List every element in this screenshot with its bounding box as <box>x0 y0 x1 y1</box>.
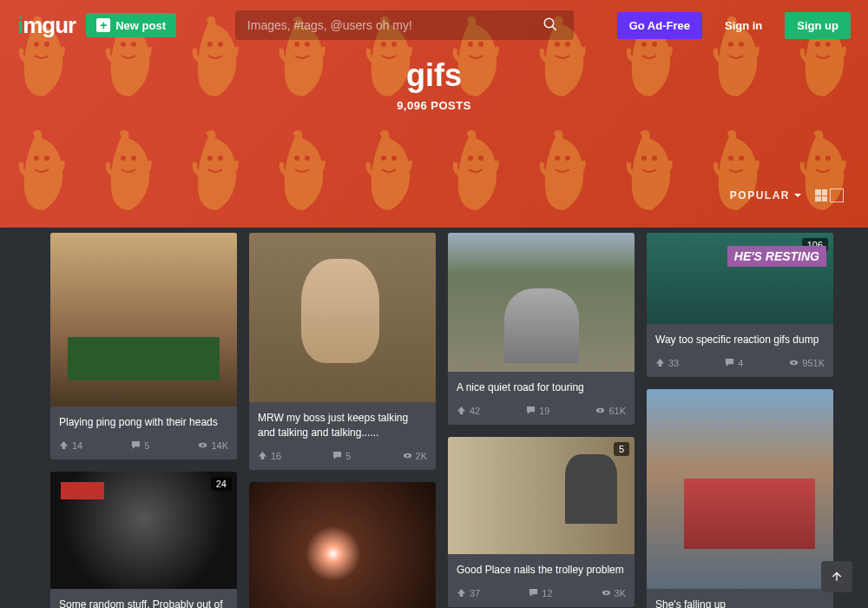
view-toggle <box>814 188 844 202</box>
new-post-label: New post <box>115 19 166 32</box>
svg-point-38 <box>815 155 820 161</box>
post-thumbnail: 5 <box>448 437 635 554</box>
upvote-icon <box>59 440 69 450</box>
hero-header: (function(){ var bp = document.currentSc… <box>0 0 868 228</box>
arrow-up-icon <box>830 570 844 584</box>
chevron-down-icon <box>793 191 802 200</box>
post-title: Good Place nails the trolley problem <box>457 563 626 578</box>
post-card[interactable]: 106 Way too specific reaction gifs dump … <box>647 233 833 377</box>
svg-line-41 <box>552 26 556 30</box>
post-thumbnail <box>249 233 436 402</box>
tag-header: gifs 9,096 POSTS <box>0 57 868 112</box>
plus-icon: + <box>96 18 110 32</box>
gallery-column: MRW my boss just keeps talking and talki… <box>249 233 436 608</box>
svg-point-49 <box>605 591 608 594</box>
post-thumbnail <box>50 233 237 406</box>
upvote-stat[interactable]: 16 <box>258 451 281 461</box>
svg-point-28 <box>381 155 386 161</box>
search-input[interactable] <box>235 10 574 40</box>
svg-point-27 <box>305 155 310 161</box>
post-title: She's falling up <box>655 598 825 608</box>
svg-point-34 <box>641 155 647 161</box>
topbar: imgur + New post Go Ad-Free Sign in Sign… <box>0 0 868 50</box>
views-stat: 3K <box>602 588 626 598</box>
post-stats: 16 5 2K <box>249 446 436 470</box>
new-post-button[interactable]: + New post <box>86 13 176 37</box>
view-uniform-icon[interactable] <box>814 188 828 202</box>
go-adfree-button[interactable]: Go Ad-Free <box>617 12 702 39</box>
post-card[interactable]: She's falling up <box>647 389 833 608</box>
post-stats: 42 19 61K <box>448 400 635 425</box>
upvote-stat[interactable]: 33 <box>655 358 679 368</box>
views-stat: 951K <box>789 358 825 368</box>
svg-point-39 <box>825 155 831 161</box>
eye-icon <box>789 358 799 367</box>
svg-point-36 <box>728 155 733 161</box>
svg-point-22 <box>121 155 126 161</box>
comment-icon <box>332 451 342 460</box>
post-thumbnail: 106 <box>647 233 833 324</box>
comment-stat[interactable]: 5 <box>332 451 351 461</box>
comment-stat[interactable]: 5 <box>131 440 149 451</box>
upvote-stat[interactable]: 14 <box>59 440 82 451</box>
svg-point-24 <box>207 155 213 161</box>
post-card[interactable]: MRW my boss just keeps talking and talki… <box>249 233 436 470</box>
gallery-column: A nice quiet road for touring 42 19 61K … <box>448 233 635 608</box>
post-title: Playing ping pong with their heads <box>59 415 228 430</box>
eye-icon <box>198 440 207 450</box>
search-icon <box>542 17 558 32</box>
post-stats: 14 5 14K <box>50 435 237 459</box>
eye-icon <box>403 451 412 460</box>
svg-point-20 <box>34 155 39 161</box>
sort-dropdown[interactable]: POPULAR <box>730 189 802 202</box>
svg-point-21 <box>44 155 49 161</box>
svg-point-23 <box>131 155 136 161</box>
comment-stat[interactable]: 12 <box>529 588 552 598</box>
view-waterfall-icon[interactable] <box>830 188 844 202</box>
post-stats: 37 12 3K <box>448 583 635 607</box>
post-title: A nice quiet road for touring <box>457 380 626 395</box>
logo[interactable]: imgur <box>17 12 76 39</box>
gallery-column: Playing ping pong with their heads 14 5 … <box>50 233 237 608</box>
upvote-icon <box>655 358 665 367</box>
post-card[interactable]: Take a trip to space. <box>249 482 436 608</box>
post-card[interactable]: 5 Good Place nails the trolley problem 3… <box>448 437 635 607</box>
post-thumbnail: 24 <box>50 472 237 589</box>
svg-point-32 <box>555 155 560 161</box>
comment-icon <box>526 406 536 415</box>
post-title: Way too specific reaction gifs dump <box>655 333 825 347</box>
upvote-icon <box>258 451 267 460</box>
post-card[interactable]: A nice quiet road for touring 42 19 61K <box>448 233 635 425</box>
comment-icon <box>725 358 734 367</box>
upvote-stat[interactable]: 42 <box>457 406 480 416</box>
sort-label: POPULAR <box>730 189 790 202</box>
post-card[interactable]: Playing ping pong with their heads 14 5 … <box>50 233 237 459</box>
sign-up-button[interactable]: Sign up <box>785 12 851 39</box>
svg-point-51 <box>792 361 795 364</box>
svg-point-30 <box>468 155 473 161</box>
svg-point-35 <box>652 155 657 161</box>
post-card[interactable]: 24 Some random stuff. Probably out of or… <box>50 472 237 608</box>
image-count-badge: 24 <box>211 477 232 491</box>
scroll-to-top-button[interactable] <box>821 561 852 592</box>
svg-point-25 <box>218 155 223 161</box>
svg-point-47 <box>600 409 602 412</box>
upvote-icon <box>457 406 466 415</box>
upvote-icon <box>457 588 466 598</box>
views-stat: 14K <box>198 440 228 451</box>
svg-point-31 <box>478 155 483 161</box>
gallery: Playing ping pong with their heads 14 5 … <box>0 228 868 608</box>
sort-bar: POPULAR <box>0 188 868 202</box>
svg-point-26 <box>294 155 299 161</box>
search-button[interactable] <box>542 10 558 40</box>
tag-title: gifs <box>0 57 868 94</box>
svg-point-29 <box>391 155 397 161</box>
post-stats: 33 4 951K <box>647 353 833 377</box>
gallery-column: 106 Way too specific reaction gifs dump … <box>647 233 833 608</box>
comment-stat[interactable]: 19 <box>526 406 549 416</box>
image-count-badge: 5 <box>614 442 629 456</box>
sign-in-button[interactable]: Sign in <box>713 12 774 39</box>
comment-stat[interactable]: 4 <box>725 358 743 368</box>
upvote-stat[interactable]: 37 <box>457 588 480 598</box>
image-count-badge: 106 <box>802 238 828 252</box>
